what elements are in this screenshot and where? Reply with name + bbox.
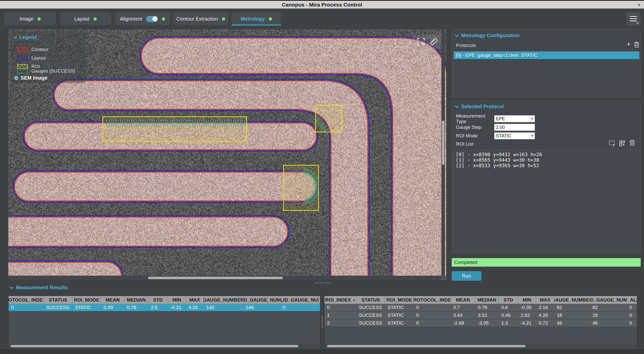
selected-protocol-header[interactable]: Selected Protocol [455,104,504,109]
result-row[interactable]: 1SUCCESSSTATIC03.443.520.462.624.2618180 [325,312,637,319]
column-header[interactable]: ALID_GAUGE_NUM [280,296,318,304]
roi-list-entry[interactable]: [0] - x=8390 y=9432 w=163 h=26 [456,152,637,157]
title-bar[interactable]: Canopus - Mira Process Control × [0,0,644,9]
roi-list-entry[interactable]: [2] - x=8533 y=9365 w=39 h=52 [456,163,637,168]
column-header[interactable]: STATUS [44,296,72,304]
column-header[interactable]: STD [499,296,518,304]
column-header[interactable]: MIN [168,296,186,304]
add-roi-grid-icon[interactable] [618,139,626,147]
chevron-down-icon[interactable] [529,115,535,122]
roi-table-scrollbar[interactable] [325,344,637,348]
fit-view-icon[interactable] [417,37,425,46]
legend-title: Legend [19,34,37,40]
result-cell: 0 [318,304,320,311]
column-header[interactable]: MIN [518,296,536,304]
column-header[interactable]: STATUS [356,296,385,304]
alignment-toggle[interactable] [146,16,158,22]
gauge-step-input[interactable] [494,124,535,131]
column-header[interactable]: ALID [627,296,637,304]
column-header[interactable]: MEAN [101,296,124,304]
protocol-list-item[interactable]: [0] - EPE gauge_step=2.0nm STATIC [454,51,639,59]
result-cell: 0 [414,312,451,319]
measurement-results-header[interactable]: Measurement Results [10,285,68,290]
horizontal-scrollbar[interactable] [8,276,440,280]
delete-protocol-icon[interactable] [633,41,641,49]
result-cell: STATIC [385,319,414,327]
result-cell: STATIC [385,304,414,311]
metrology-configuration-header[interactable]: Metrology Configuration [455,33,520,38]
protocol-table-scrollbar-thumb[interactable] [11,345,298,347]
column-header[interactable]: ROI_INDEX▲ [325,296,356,304]
roi-mode-row: ROI Mode STATIC [456,132,535,139]
legend-item-contour: Contour [17,46,49,52]
status-dot [37,17,41,21]
column-header[interactable]: LID_GAUGE_NUMB [590,296,627,304]
tab-image-label: Image [20,16,34,22]
chevron-down-icon [455,33,459,37]
result-row[interactable]: 0SUCCESSSTATIC00.70.780.6-0.392.1682820 [325,304,637,312]
result-cell: 18 [590,312,627,319]
result-cell: STATIC [72,304,101,311]
column-header[interactable]: MAX [186,296,204,304]
column-header[interactable]: ROI_MODE [385,296,414,304]
result-cell: 0.6 [499,304,518,311]
legend-panel: Legend Contour Layout ROI Gauges [SUCCES… [10,31,86,83]
column-header[interactable]: MEDIAN [124,296,148,304]
result-cell: 3.52 [475,312,499,319]
radio-selected-icon [14,76,18,80]
column-header[interactable]: LID_GAUGE_NUME [243,296,280,304]
column-header[interactable]: ROI_MODE [72,296,101,304]
measurement-type-select[interactable]: EPE [494,115,535,122]
sem-image-layer-radio[interactable]: SEM Image [14,75,48,81]
tab-metrology[interactable]: Metrology [232,13,281,25]
result-row[interactable]: 0SUCCESSSTATIC0.490.782.5-4.214.26146146… [9,304,320,312]
column-header[interactable]: ROTOCOL_INDE▲ [9,296,44,304]
result-cell: 146 [204,304,243,311]
table-splitter-handle[interactable] [321,315,323,328]
column-header[interactable]: GAUGE_NUMBER [204,296,243,304]
tab-layout[interactable]: Layout [60,13,111,25]
chevron-down-icon [455,104,459,108]
column-header[interactable]: STD [148,296,168,304]
gauge-step-row: Gauge Step [456,124,535,131]
result-cell: 2.62 [518,312,536,319]
chevron-down-icon[interactable] [529,133,535,139]
column-header[interactable]: MEAN [451,296,475,304]
protocol-table-scrollbar[interactable] [9,344,320,348]
add-roi-icon[interactable] [608,139,616,147]
roi-mode-select[interactable]: STATIC [494,132,535,139]
column-header[interactable]: MEDIAN [475,296,499,304]
horizontal-scrollbar-thumb[interactable] [148,277,283,279]
column-header[interactable]: PROTOCOL_INDEX [414,296,451,304]
roi-list[interactable]: [0] - x=8390 y=9432 w=163 h=26 [1] - x=8… [453,150,639,251]
column-header[interactable]: A [318,296,320,304]
result-cell: 146 [243,304,280,311]
column-header[interactable]: GAUGE_NUMBER [554,296,590,304]
result-cell: 1.3 [499,319,518,327]
tab-image[interactable]: Image [5,13,56,25]
roi-table-scrollbar-thumb[interactable] [327,345,526,347]
add-protocol-icon[interactable]: + [625,41,632,48]
result-cell: 46 [554,319,590,327]
result-cell: 82 [590,304,627,311]
splitter-handle[interactable] [315,282,331,283]
run-button[interactable]: Run [452,271,481,281]
result-cell: STATIC [385,312,414,319]
result-cell: -0.39 [518,304,536,311]
close-icon[interactable]: × [637,2,640,8]
result-cell: SUCCESS [356,319,385,327]
result-cell: 0.49 [101,304,124,311]
tab-contour-extraction[interactable]: Contour Extraction [173,13,228,25]
legend-item-gauges: Gauges [SUCCESS] [17,68,75,74]
roi-list-entry[interactable]: [1] - x=8565 y=9443 w=30 h=30 [456,157,637,163]
status-dot [162,17,165,21]
column-header[interactable]: MAX [536,296,554,304]
vertical-scrollbar-thumb[interactable] [442,121,444,165]
delete-roi-icon[interactable] [629,139,636,147]
result-row[interactable]: 2SUCCESSSTATIC0-2.68-3.051.3-4.210.72464… [325,319,637,327]
menu-icon[interactable] [626,12,640,26]
vertical-scrollbar[interactable] [441,29,445,276]
tab-alignment[interactable]: Alignment [115,13,170,25]
legend-header[interactable]: Legend [14,34,37,40]
ruler-icon[interactable] [429,37,438,46]
